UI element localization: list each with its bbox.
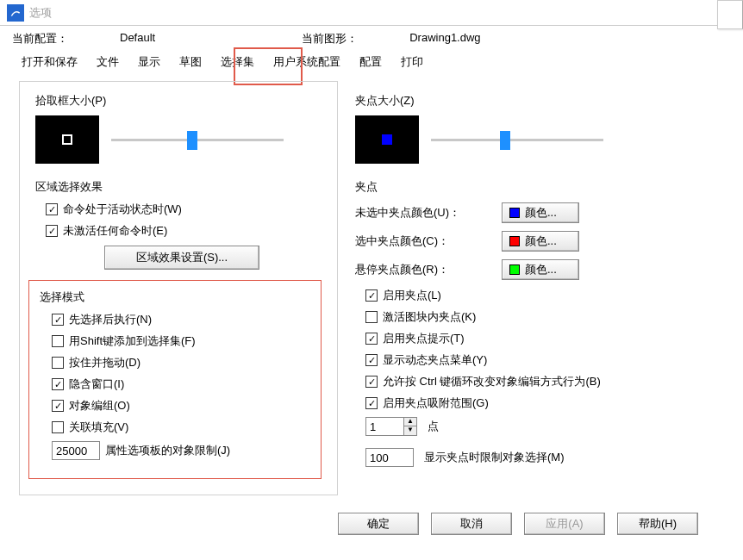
- chk-enable-grips[interactable]: [365, 289, 378, 302]
- apply-button[interactable]: 应用(A): [524, 513, 605, 535]
- cancel-button[interactable]: 取消: [431, 513, 512, 535]
- chk-implied-window-label: 隐含窗口(I): [69, 376, 124, 392]
- chk-noun-verb[interactable]: [52, 314, 64, 326]
- sel-mode-label: 选择模式: [40, 289, 309, 305]
- current-drawing-label: 当前图形：: [302, 31, 358, 47]
- color-swatch-blue: [509, 208, 520, 218]
- titlebar: 选项: [0, 0, 717, 26]
- tab-draft[interactable]: 草图: [170, 50, 211, 74]
- chk-cmd-active[interactable]: [46, 203, 58, 215]
- chk-grip-tips-label: 启用夹点提示(T): [383, 331, 465, 346]
- chk-assoc-hatch-label: 关联填充(V): [69, 420, 128, 435]
- area-effect-label: 区域选择效果: [35, 179, 322, 195]
- chk-implied-window[interactable]: [52, 378, 64, 390]
- tab-selection[interactable]: 选择集: [211, 50, 264, 74]
- grip-snap-range-input[interactable]: [365, 417, 403, 436]
- grip-obj-limit-label: 显示夹点时限制对象选择(M): [424, 450, 565, 465]
- chk-noun-verb-label: 先选择后执行(N): [69, 312, 152, 327]
- tab-user-pref[interactable]: 用户系统配置: [264, 50, 350, 74]
- tab-config[interactable]: 配置: [350, 50, 391, 74]
- chk-cmd-inactive[interactable]: [46, 225, 58, 237]
- selection-mode-group: 选择模式 先选择后执行(N) 用Shift键添加到选择集(F) 按住并拖动(D)…: [28, 280, 322, 479]
- tab-file[interactable]: 文件: [87, 50, 128, 74]
- config-row: 当前配置： Default 当前图形： Drawing1.dwg: [0, 26, 717, 52]
- color-swatch-red: [509, 236, 520, 246]
- help-button[interactable]: 帮助(H): [617, 513, 698, 535]
- chk-grip-tips[interactable]: [365, 333, 378, 345]
- tab-display[interactable]: 显示: [128, 50, 170, 74]
- chk-grip-snap-label: 启用夹点吸附范围(G): [383, 395, 489, 411]
- chk-ctrl-cycle[interactable]: [365, 376, 378, 388]
- grip-slider-thumb[interactable]: [500, 131, 510, 150]
- chk-dynamic-menu[interactable]: [365, 354, 378, 366]
- chk-press-drag-label: 按住并拖动(D): [69, 355, 140, 370]
- area-effect-settings-button[interactable]: 区域效果设置(S)...: [104, 246, 259, 270]
- chk-grip-snap[interactable]: [365, 397, 378, 409]
- chk-block-grips[interactable]: [365, 311, 378, 323]
- prop-limit-label: 属性选项板的对象限制(J): [105, 443, 230, 458]
- current-config-label: 当前配置：: [12, 31, 68, 47]
- chk-enable-grips-label: 启用夹点(L): [383, 288, 441, 303]
- tabs: 打开和保存 文件 显示 草图 选择集 用户系统配置 配置 打印: [0, 50, 717, 74]
- chk-block-grips-label: 激活图块内夹点(K): [383, 309, 476, 325]
- tab-open-save[interactable]: 打开和保存: [12, 50, 87, 74]
- grips-label: 夹点: [355, 179, 691, 195]
- grip-snap-unit-label: 点: [428, 419, 439, 434]
- chk-press-drag[interactable]: [52, 357, 64, 369]
- chk-dynamic-menu-label: 显示动态夹点菜单(Y): [383, 352, 487, 368]
- right-column: 夹点大小(Z) 夹点 未选中夹点颜色(U)： 颜色...: [355, 81, 691, 495]
- pickbox-slider[interactable]: [111, 131, 284, 148]
- unselected-grip-color-label: 未选中夹点颜色(U)：: [355, 205, 502, 221]
- window-title: 选项: [29, 5, 52, 21]
- grip-preview: [355, 115, 419, 164]
- options-dialog: 选项 当前配置： Default 当前图形： Drawing1.dwg 打开和保…: [0, 0, 717, 560]
- chk-assoc-hatch[interactable]: [52, 421, 64, 433]
- selected-grip-color-button[interactable]: 颜色...: [502, 231, 579, 252]
- tab-print[interactable]: 打印: [391, 50, 433, 74]
- chk-object-group-label: 对象编组(O): [69, 398, 130, 414]
- ok-button[interactable]: 确定: [338, 513, 419, 535]
- pickbox-label: 拾取框大小(P): [35, 93, 322, 109]
- selected-grip-color-label: 选中夹点颜色(C)：: [355, 233, 502, 249]
- grip-obj-limit-input[interactable]: [365, 448, 414, 467]
- dialog-footer: 确定 取消 应用(A) 帮助(H): [0, 502, 717, 545]
- chk-ctrl-cycle-label: 允许按 Ctrl 键循环改变对象编辑方式行为(B): [383, 374, 601, 389]
- chk-cmd-inactive-label: 未激活任何命令时(E): [63, 223, 167, 239]
- left-column: 拾取框大小(P) 区域选择效果 命令处于活动状态时(W) 未激活任何命令时(E): [19, 81, 338, 495]
- pickbox-preview: [35, 115, 99, 164]
- prop-limit-input[interactable]: [52, 441, 100, 460]
- current-config-value: Default: [120, 31, 155, 47]
- chk-shift-add-label: 用Shift键添加到选择集(F): [69, 333, 196, 349]
- pickbox-slider-thumb[interactable]: [187, 131, 197, 150]
- hover-grip-color-button[interactable]: 颜色...: [502, 259, 579, 280]
- hover-grip-color-label: 悬停夹点颜色(R)：: [355, 262, 502, 277]
- content: 拾取框大小(P) 区域选择效果 命令处于活动状态时(W) 未激活任何命令时(E): [0, 74, 717, 502]
- right-sidebar-stub: [717, 0, 743, 29]
- chk-shift-add[interactable]: [52, 335, 64, 347]
- spin-down-button[interactable]: ▼: [404, 426, 416, 435]
- grip-size-label: 夹点大小(Z): [355, 93, 691, 109]
- current-drawing-value: Drawing1.dwg: [409, 31, 480, 47]
- app-icon: [7, 4, 24, 22]
- unselected-grip-color-button[interactable]: 颜色...: [502, 202, 579, 223]
- grip-slider[interactable]: [431, 131, 603, 148]
- chk-object-group[interactable]: [52, 400, 64, 412]
- chk-cmd-active-label: 命令处于活动状态时(W): [63, 202, 182, 217]
- color-swatch-green: [509, 264, 520, 275]
